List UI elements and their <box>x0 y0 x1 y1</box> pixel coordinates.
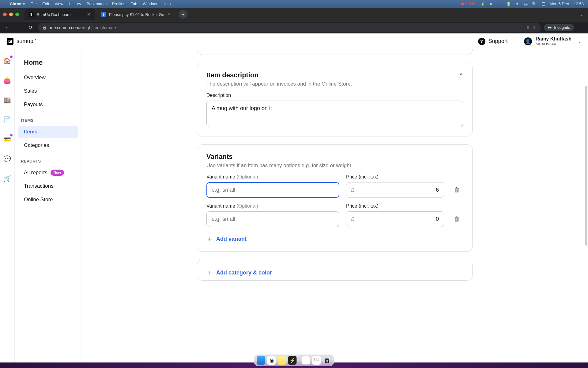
sidebar-item-items[interactable]: Items <box>18 126 78 138</box>
browser-toolbar: ← → ⟳ 🔒 me.sumup.com/en-gb/items/create … <box>0 21 588 33</box>
currency-symbol: £ <box>351 187 354 193</box>
window-minimize-button[interactable] <box>9 13 13 16</box>
menu-window[interactable]: Window <box>143 2 157 6</box>
variant-row: Variant name (Optional) Price (incl. tax… <box>206 203 463 227</box>
rail-store-icon[interactable]: 🏬 <box>3 96 11 104</box>
tab-favicon-icon: S <box>101 12 106 17</box>
rail-home-icon[interactable]: 🏠 <box>3 57 11 65</box>
app-name[interactable]: Chrome <box>10 2 25 6</box>
menu-tab[interactable]: Tab <box>131 2 137 6</box>
add-variant-label: Add variant <box>216 236 247 242</box>
tabs-dropdown-icon[interactable]: ⌄ <box>579 12 585 17</box>
address-bar[interactable]: 🔒 me.sumup.com/en-gb/items/create 👁̸ ☆ <box>38 23 541 32</box>
dock-chrome-icon[interactable]: ◉ <box>267 356 276 365</box>
add-variant-button[interactable]: ＋ Add variant <box>206 234 463 243</box>
status-icon[interactable]: ✕ <box>489 2 493 6</box>
sidebar-section-items: ITEMS <box>15 112 81 125</box>
tab-close-icon[interactable]: ✕ <box>167 12 171 17</box>
app-header: ◪ sumup• ? Support 👤 Ramy Khuffash MEXH9… <box>0 33 588 49</box>
dock-notes-icon[interactable] <box>278 356 286 365</box>
variant-name-label: Variant name (Optional) <box>206 174 339 180</box>
card-item-description: Item description ⌃ The description will … <box>197 63 473 136</box>
card-category-color: ＋ Add category & color <box>197 260 473 281</box>
status-icon[interactable]: ◎ <box>524 2 528 6</box>
browser-tab[interactable]: S SumUp Dashboard ✕ <box>24 9 95 20</box>
brand-logo[interactable]: ◪ sumup• <box>7 38 38 45</box>
rail-document-icon[interactable]: 📄 <box>3 116 11 124</box>
user-name: Ramy Khuffash <box>536 36 571 42</box>
dock-document-icon[interactable] <box>302 356 311 365</box>
tab-close-icon[interactable]: ✕ <box>87 12 91 17</box>
sidebar-item-payouts[interactable]: Payouts <box>18 98 78 111</box>
scrollbar-thumb[interactable] <box>585 86 587 246</box>
variant-price-label: Price (incl. tax) <box>346 203 444 209</box>
url-path: /en-gb/items/create <box>79 25 116 30</box>
browser-tab[interactable]: S Please pay £1.02 to Rocket Ge ✕ <box>97 9 175 20</box>
dock-app-icon[interactable]: 🏳️ <box>312 356 321 365</box>
menubar-date[interactable]: Mon 6 Dec <box>550 2 569 6</box>
rail-card-icon[interactable]: 💳 <box>3 135 11 143</box>
user-code: MEXH934V <box>536 42 571 46</box>
new-badge: New <box>51 170 64 176</box>
menu-file[interactable]: File <box>30 2 37 6</box>
status-icon[interactable]: ⚡ <box>480 2 485 6</box>
control-center-icon[interactable]: ☰ <box>541 2 545 6</box>
screen-record-indicator[interactable]: ⏺00:38 <box>461 2 475 6</box>
card-title: Item description <box>206 71 258 79</box>
battery-icon[interactable]: 🔋 <box>506 2 511 6</box>
tab-title: SumUp Dashboard <box>37 12 84 17</box>
dock-app-icon[interactable]: ⚡ <box>288 356 297 365</box>
brand-word: sumup <box>17 38 33 44</box>
sidebar-item-categories[interactable]: Categories <box>18 139 78 151</box>
rail-chat-icon[interactable]: 💬 <box>3 155 11 163</box>
menu-view[interactable]: View <box>55 2 63 6</box>
delete-variant-button[interactable]: 🗑 <box>451 182 463 198</box>
bookmark-star-icon[interactable]: ☆ <box>533 25 537 30</box>
sidebar-item-transactions[interactable]: Transactions <box>18 180 78 192</box>
variant-price-input[interactable] <box>346 182 444 198</box>
add-category-color-label: Add category & color <box>216 270 272 276</box>
help-icon: ? <box>478 38 485 45</box>
currency-symbol: £ <box>351 216 354 222</box>
window-close-button[interactable] <box>3 13 7 16</box>
variant-price-input[interactable] <box>346 211 444 227</box>
menu-history[interactable]: History <box>69 2 81 6</box>
nav-icon-rail: 🏠 👛 🏬 📄 💳 💬 🛒 <box>0 49 15 368</box>
window-zoom-button[interactable] <box>15 13 19 16</box>
sidebar-item-sales[interactable]: Sales <box>18 85 78 97</box>
sidebar-item-overview[interactable]: Overview <box>18 71 78 84</box>
dock-trash-icon[interactable]: 🗑 <box>323 356 331 365</box>
browser-menu-button[interactable]: ⋮ <box>577 24 585 31</box>
spotlight-icon[interactable]: 🔍 <box>532 2 537 6</box>
menu-edit[interactable]: Edit <box>42 2 49 6</box>
incognito-chip[interactable]: 🕶 Incognito <box>544 24 574 31</box>
menubar-clock[interactable]: 12:58 <box>574 2 584 6</box>
rail-cart-icon[interactable]: 🛒 <box>3 174 11 182</box>
menu-profiles[interactable]: Profiles <box>112 2 125 6</box>
user-icon: 👤 <box>524 37 532 45</box>
new-tab-button[interactable]: ＋ <box>179 10 187 19</box>
menu-help[interactable]: Help <box>163 2 171 6</box>
nav-back-button[interactable]: ← <box>3 23 12 32</box>
nav-reload-button[interactable]: ⟳ <box>26 23 35 32</box>
wifi-icon[interactable]: ᯤ <box>515 2 520 6</box>
support-link[interactable]: ? Support <box>478 38 508 45</box>
variant-name-input[interactable] <box>206 211 339 227</box>
nav-forward-button[interactable]: → <box>15 23 23 32</box>
eye-off-icon[interactable]: 👁̸ <box>526 25 529 30</box>
lock-icon: 🔒 <box>42 25 47 30</box>
variant-name-input[interactable] <box>206 182 339 198</box>
add-category-color-button[interactable]: ＋ Add category & color <box>206 268 463 277</box>
account-menu[interactable]: 👤 Ramy Khuffash MEXH934V ⌄ <box>524 36 581 46</box>
rail-wallet-icon[interactable]: 👛 <box>3 76 11 84</box>
description-label: Description <box>206 93 463 98</box>
delete-variant-button[interactable]: 🗑 <box>451 211 463 227</box>
sidebar-item-online-store[interactable]: Online Store <box>18 194 78 206</box>
menu-bookmarks[interactable]: Bookmarks <box>87 2 107 6</box>
sidebar-item-all-reports[interactable]: All reports New <box>18 167 78 179</box>
status-icon[interactable]: ⋯ <box>497 2 502 6</box>
collapse-icon[interactable]: ⌃ <box>459 72 463 78</box>
plus-icon: ＋ <box>206 268 213 277</box>
dock-finder-icon[interactable] <box>257 356 266 365</box>
description-textarea[interactable]: A mug with our logo on it <box>206 101 463 127</box>
